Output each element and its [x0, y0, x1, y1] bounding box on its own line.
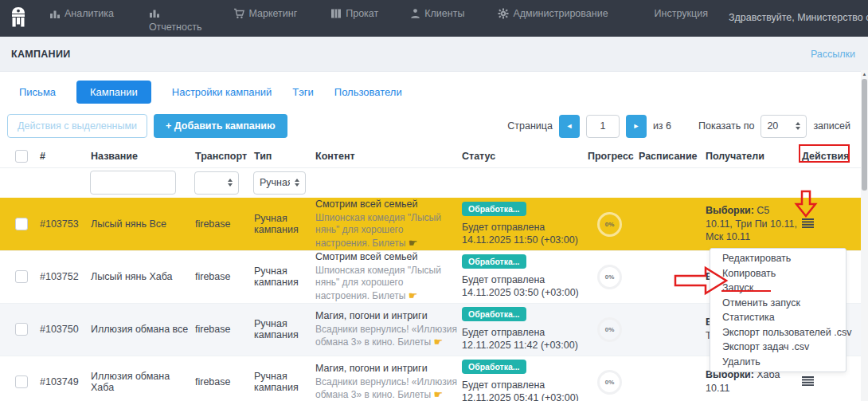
campaign-type: Ручная кампания: [250, 356, 311, 401]
pagination: Страница ◄ ► из 6 Показать по 20 записей: [507, 115, 850, 138]
menu-item-cancel-launch[interactable]: Отменить запуск: [710, 296, 846, 311]
content-subtitle: Шпионская комедия "Лысый нянь" для хорош…: [315, 265, 458, 302]
row-checkbox[interactable]: [15, 218, 28, 230]
row-actions-menu-icon[interactable]: [802, 376, 814, 386]
table-header-row: # Название Транспорт Тип Контент Статус …: [0, 145, 862, 167]
transport-filter-select[interactable]: [194, 171, 239, 195]
col-type: Тип: [250, 145, 311, 167]
campaign-transport: firebase: [191, 198, 250, 250]
pointer-hand-icon: ☛: [433, 336, 443, 348]
col-recipients: Получатели: [702, 145, 798, 167]
page-number-input[interactable]: [586, 115, 620, 138]
pointer-hand-icon: ☛: [409, 237, 418, 249]
menu-item-copy[interactable]: Копировать: [710, 266, 846, 281]
nav-item-marketing[interactable]: Маркетинг: [233, 8, 297, 19]
progress-ring: 0%: [597, 265, 622, 289]
col-name: Название: [87, 145, 191, 167]
content-title: Смотрим всей семьей: [315, 199, 458, 210]
nav-item-label: Маркетинг: [248, 8, 297, 19]
row-checkbox[interactable]: [15, 323, 28, 336]
app-logo-icon[interactable]: [10, 6, 27, 28]
nav-item-analytics[interactable]: Аналитика: [49, 8, 114, 19]
status-badge: Обработка...: [462, 307, 526, 321]
tab-users[interactable]: Пользователи: [334, 86, 402, 98]
toolbar: Действия с выделенными + Добавить кампан…: [0, 113, 868, 139]
select-all-checkbox[interactable]: [15, 150, 28, 163]
col-progress: Прогресс: [584, 145, 635, 167]
user-greeting: Здравствуйте, Министерство связи и массо…: [729, 12, 868, 23]
nav-item-reports[interactable]: Отчетность: [149, 8, 202, 33]
bulk-actions-button[interactable]: Действия с выделенными: [7, 114, 147, 138]
col-status: Статус: [458, 145, 584, 167]
schedule-cell: [635, 303, 702, 356]
show-per-label: Показать по: [698, 120, 754, 132]
filter-row: Ручная к: [0, 167, 862, 198]
campaign-type: Ручная кампания: [250, 198, 311, 250]
progress-ring: 0%: [597, 370, 622, 395]
col-id: #: [36, 145, 87, 167]
schedule-cell: [635, 250, 702, 303]
status-badge: Обработка...: [462, 254, 526, 269]
status-text: Будет отправлена 14.11.2025 11:50 (+03:0…: [462, 221, 584, 247]
content-title: Магия, погони и интриги: [315, 363, 458, 374]
nav-item-manual[interactable]: Инструкция: [655, 8, 708, 19]
pointer-hand-icon: ☛: [433, 388, 443, 400]
nav-item-clients[interactable]: Клиенты: [410, 8, 464, 19]
campaign-id: #103752: [36, 250, 87, 303]
scrollbar-up-arrow-icon[interactable]: ▲: [861, 70, 868, 78]
menu-item-delete[interactable]: Удалить: [710, 355, 846, 370]
nav-item-label: Администрирование: [513, 8, 608, 19]
content-subtitle: Шпионская комедия "Лысый нянь" для хорош…: [315, 212, 458, 250]
page-size-value: 20: [767, 120, 778, 132]
tabs-bar: Письма Кампании Настройки кампаний Тэги …: [19, 80, 868, 104]
campaign-transport: firebase: [191, 303, 250, 356]
status-text: Будет отправлена 12.11.2025 11:42 (+03:0…: [462, 326, 584, 352]
scrollbar[interactable]: ▲: [861, 70, 868, 401]
status-badge: Обработка...: [462, 202, 526, 216]
campaign-transport: firebase: [191, 250, 250, 303]
status-text: Будет отправлена 12.11.2025 05:41 (+03:0…: [462, 379, 584, 401]
pointer-hand-icon: ☛: [409, 289, 418, 301]
tab-campaign-settings[interactable]: Настройки кампаний: [172, 86, 272, 98]
nav-item-rental[interactable]: Прокат: [330, 8, 378, 19]
select-arrows-icon: [295, 179, 299, 187]
campaign-id: #103750: [36, 303, 87, 356]
schedule-cell: [635, 198, 702, 250]
menu-item-export-tasks-csv[interactable]: Экспорт задач .csv: [710, 340, 846, 355]
col-actions: Действия: [798, 145, 862, 167]
campaign-name: Иллюзия обмана Хаба: [87, 356, 191, 401]
row-checkbox[interactable]: [15, 270, 28, 283]
type-filter-select[interactable]: Ручная к: [253, 171, 306, 195]
tab-letters[interactable]: Письма: [19, 86, 56, 98]
page-header: КАМПАНИИ Рассылки: [0, 37, 868, 72]
campaign-name: Лысый нянь Все: [87, 198, 191, 250]
row-actions-dropdown-menu: Редактировать Копировать Запуск Отменить…: [710, 248, 846, 372]
name-filter-input[interactable]: [90, 171, 176, 195]
next-page-button[interactable]: ►: [626, 115, 647, 138]
prev-page-button[interactable]: ◄: [559, 115, 580, 138]
content-subtitle: Всадники вернулись! «Иллюзия обмана 3» в…: [315, 376, 458, 401]
content-title: Магия, погони и интриги: [315, 310, 458, 321]
gear-icon: [498, 8, 509, 19]
campaign-name: Иллюзия обмана все: [87, 303, 191, 356]
nav-item-label: Инструкция: [655, 8, 708, 19]
mailings-link[interactable]: Рассылки: [811, 49, 855, 60]
row-checkbox[interactable]: [15, 375, 28, 388]
campaign-type: Ручная кампания: [250, 303, 311, 356]
add-campaign-button[interactable]: + Добавить кампанию: [154, 114, 287, 138]
nav-item-administration[interactable]: Администрирование: [498, 8, 608, 19]
tab-tags[interactable]: Тэги: [292, 86, 314, 98]
menu-item-statistics[interactable]: Статистика: [710, 310, 846, 325]
row-actions-menu-icon[interactable]: [802, 218, 814, 228]
recipients-cell: Выборки: С5 10.11, Три Пи 10.11, Мск 10.…: [702, 198, 798, 250]
campaign-id: #103753: [36, 198, 87, 250]
of-pages-label: из 6: [653, 120, 671, 132]
campaign-name: Лысый нянь Хаба: [87, 250, 191, 303]
menu-item-export-users-csv[interactable]: Экспорт пользователей .csv: [710, 325, 846, 340]
page-size-select[interactable]: 20: [760, 115, 807, 138]
menu-item-edit[interactable]: Редактировать: [710, 251, 846, 266]
menu-item-launch[interactable]: Запуск: [710, 281, 846, 296]
scrollbar-thumb[interactable]: [862, 79, 867, 191]
nav-item-label: Прокат: [346, 8, 378, 19]
tab-campaigns[interactable]: Кампании: [76, 81, 151, 104]
